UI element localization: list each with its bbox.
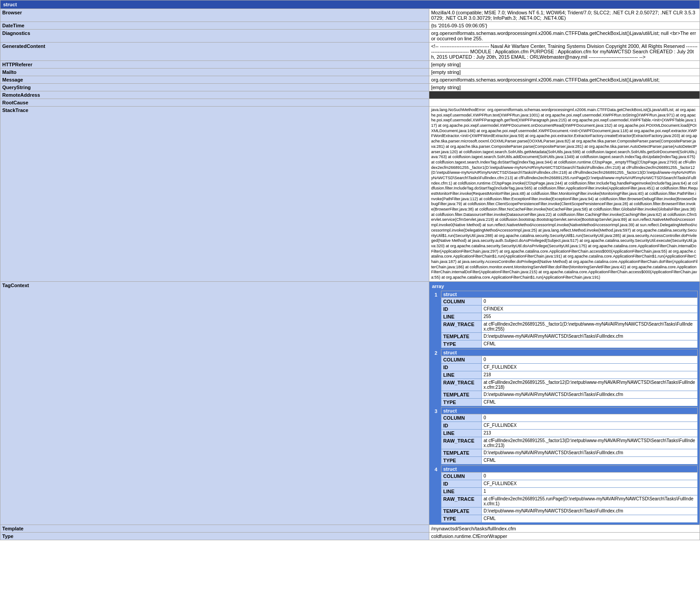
field-row-type: TYPECFML xyxy=(441,515,697,522)
field-value: 255 xyxy=(481,313,697,320)
field-value: 0 xyxy=(481,297,697,305)
field-label: COLUMN xyxy=(441,472,481,480)
remoteaddress-label: RemoteAddress xyxy=(0,91,429,99)
item-table-2: structCOLUMN0IDCF_FULLINDEXLINE218RAW_TR… xyxy=(441,349,698,406)
tagcontext-item-4: 4structCOLUMN0IDCF_FULLINDEXLINE1RAW_TRA… xyxy=(431,465,698,523)
field-value: CFML xyxy=(481,515,697,522)
rootcause-value xyxy=(429,99,700,107)
rootcause-row: RootCause xyxy=(0,99,700,107)
item-content-4: structCOLUMN0IDCF_FULLINDEXLINE1RAW_TRAC… xyxy=(441,465,698,523)
mailto-label: Mailto xyxy=(0,69,429,76)
item-number-1: 1 xyxy=(431,291,441,348)
field-row-raw_trace: RAW_TRACEat cfFullIndex2ecfm266891255._f… xyxy=(441,379,697,391)
item-table-4: structCOLUMN0IDCF_FULLINDEXLINE1RAW_TRAC… xyxy=(441,465,698,523)
tagcontext-label: TagContext xyxy=(0,281,429,525)
browser-label: Browser xyxy=(0,9,429,22)
tagcontext-item-2: 2structCOLUMN0IDCF_FULLINDEXLINE218RAW_T… xyxy=(431,349,698,406)
item-content-2: structCOLUMN0IDCF_FULLINDEXLINE218RAW_TR… xyxy=(441,349,698,406)
field-value: 213 xyxy=(481,429,697,437)
item-number-2: 2 xyxy=(431,349,441,406)
field-value: CFML xyxy=(481,456,697,464)
field-row-id: IDCFINDEX xyxy=(441,305,697,313)
tagcontext-row: TagContext array 1structCOLUMN0IDCFINDEX… xyxy=(0,281,700,525)
browser-value: Mozilla/4.0 (compatible; MSIE 7.0; Windo… xyxy=(429,9,700,22)
field-row-line: LINE213 xyxy=(441,429,697,437)
datetime-row: DateTime {ts '2016-09-15 09:06:05'} xyxy=(0,22,700,30)
field-row-column: COLUMN0 xyxy=(441,414,697,422)
field-value: at cfFullIndex2ecfm266891255._factor12(D… xyxy=(481,379,697,391)
field-label: COLUMN xyxy=(441,356,481,363)
httpreferer-label: HTTPReferer xyxy=(0,61,429,69)
field-row-template: TEMPLATED:\netpub\www-myNAVAIR\myNAWCTSD… xyxy=(441,507,697,515)
httpreferer-value: [empty string] xyxy=(429,61,700,69)
field-row-raw_trace: RAW_TRACEat cfFullIndex2ecfm266891255.ru… xyxy=(441,495,697,507)
field-value: 0 xyxy=(481,472,697,480)
field-value: D:\netpub\www-myNAVAIR\myNAWCTSD\Search\… xyxy=(481,332,697,340)
tagcontext-container: array 1structCOLUMN0IDCFINDEXLINE255RAW_… xyxy=(429,281,700,525)
querystring-value: [empty string] xyxy=(429,84,700,91)
field-value: 0 xyxy=(481,356,697,363)
field-value: D:\netpub\www-myNAVAIR\myNAWCTSD\Search\… xyxy=(481,391,697,398)
tagcontext-items: 1structCOLUMN0IDCFINDEXLINE255RAW_TRACEa… xyxy=(430,291,699,523)
stacktrace-label: StackTrace xyxy=(0,107,429,282)
tagcontext-item-1: 1structCOLUMN0IDCFINDEXLINE255RAW_TRACEa… xyxy=(431,291,698,348)
field-value: at cfFullIndex2ecfm266891255._factor13(D… xyxy=(481,437,697,449)
field-row-struct: struct xyxy=(441,407,697,414)
message-label: Message xyxy=(0,76,429,84)
field-label: TEMPLATE xyxy=(441,449,481,456)
message-row: Message org.openxmlformats.schemas.wordp… xyxy=(0,76,700,84)
field-row-line: LINE1 xyxy=(441,487,697,495)
field-row-template: TEMPLATED:\netpub\www-myNAVAIR\myNAWCTSD… xyxy=(441,391,697,398)
field-value: CFINDEX xyxy=(481,305,697,313)
field-value: CF_FULLINDEX xyxy=(481,363,697,371)
field-value: CFML xyxy=(481,398,697,406)
struct-header: struct xyxy=(441,407,697,414)
field-row-type: TYPECFML xyxy=(441,340,697,348)
field-value: 0 xyxy=(481,414,697,422)
field-label: TYPE xyxy=(441,340,481,348)
field-row-raw_trace: RAW_TRACEat cfFullIndex2ecfm266891255._f… xyxy=(441,320,697,332)
mailto-value: [empty string] xyxy=(429,69,700,76)
mailto-row: Mailto [empty string] xyxy=(0,69,700,76)
datetime-value: {ts '2016-09-15 09:06:05'} xyxy=(429,22,700,30)
item-table-1: structCOLUMN0IDCFINDEXLINE255RAW_TRACEat… xyxy=(441,291,698,348)
field-row-id: IDCF_FULLINDEX xyxy=(441,363,697,371)
field-row-template: TEMPLATED:\netpub\www-myNAVAIR\myNAWCTSD… xyxy=(441,332,697,340)
field-label: ID xyxy=(441,480,481,487)
field-value: 1 xyxy=(481,487,697,495)
field-value: D:\netpub\www-myNAVAIR\myNAWCTSD\Search\… xyxy=(481,507,697,515)
field-row-id: IDCF_FULLINDEX xyxy=(441,422,697,429)
field-value: at cfFullIndex2ecfm266891255._factor1(D:… xyxy=(481,320,697,332)
field-row-id: IDCF_FULLINDEX xyxy=(441,480,697,487)
field-label: ID xyxy=(441,363,481,371)
item-table-3: structCOLUMN0IDCF_FULLINDEXLINE213RAW_TR… xyxy=(441,407,698,465)
struct-header: struct xyxy=(441,349,697,356)
field-row-type: TYPECFML xyxy=(441,398,697,406)
field-value: CF_FULLINDEX xyxy=(481,422,697,429)
template-label: Template xyxy=(0,525,429,532)
diagnostics-label: Diagnostics xyxy=(0,30,429,43)
tagcontext-item-3: 3structCOLUMN0IDCF_FULLINDEXLINE213RAW_T… xyxy=(431,407,698,465)
field-row-line: LINE218 xyxy=(441,371,697,379)
field-label: TEMPLATE xyxy=(441,507,481,515)
item-content-3: structCOLUMN0IDCF_FULLINDEXLINE213RAW_TR… xyxy=(441,407,698,465)
generatedcontent-label: GeneratedContent xyxy=(0,43,429,61)
field-label: LINE xyxy=(441,371,481,379)
header-title: struct xyxy=(0,0,700,9)
array-label: array xyxy=(430,283,446,290)
stacktrace-value: java.lang.NoSuchMethodError: org.openxml… xyxy=(429,107,700,282)
field-row-struct: struct xyxy=(441,465,697,472)
type-label: Type xyxy=(0,532,429,540)
template-value: /mynawctsd/Search/tasks/fullIndex.cfm xyxy=(429,525,700,532)
field-row-template: TEMPLATED:\netpub\www-myNAVAIR\myNAWCTSD… xyxy=(441,449,697,456)
field-label: COLUMN xyxy=(441,414,481,422)
header-row: struct xyxy=(0,0,700,9)
item-number-4: 4 xyxy=(431,465,441,523)
querystring-label: QueryString xyxy=(0,84,429,91)
field-value: at cfFullIndex2ecfm266891255.runPage(D:\… xyxy=(481,495,697,507)
remoteaddress-value xyxy=(429,91,700,99)
template-row: Template /mynawctsd/Search/tasks/fullInd… xyxy=(0,525,700,532)
field-label: RAW_TRACE xyxy=(441,495,481,507)
field-label: TYPE xyxy=(441,515,481,522)
item-content-1: structCOLUMN0IDCFINDEXLINE255RAW_TRACEat… xyxy=(441,291,698,348)
